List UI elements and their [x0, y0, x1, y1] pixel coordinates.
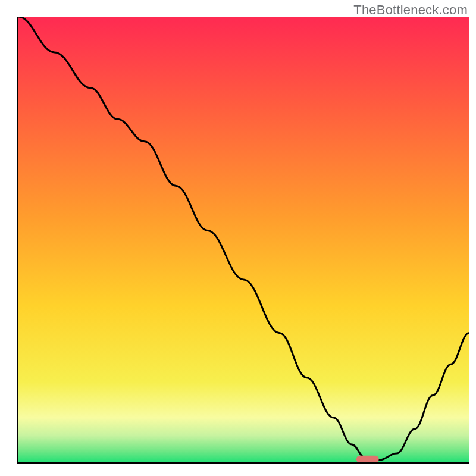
- optimal-marker: [356, 456, 379, 462]
- bottleneck-chart: [18, 17, 469, 462]
- gradient-background: [18, 17, 469, 462]
- watermark-text: TheBottleneck.com: [353, 2, 468, 18]
